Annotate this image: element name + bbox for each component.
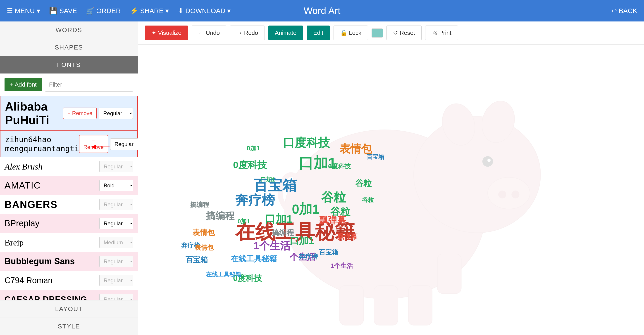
menu-button[interactable]: ☰ MENU ▾ xyxy=(7,7,40,15)
font-style-amatic[interactable]: Bold Regular xyxy=(99,180,133,191)
word-item: 口加1 xyxy=(290,234,314,247)
font-style-zihun[interactable]: Regular xyxy=(110,138,138,150)
font-style-breip[interactable]: Medium xyxy=(99,237,133,248)
annotation-arrow-left xyxy=(92,142,110,151)
tab-style[interactable]: STYLE xyxy=(0,318,138,335)
word-item: 1个生活 xyxy=(330,262,353,270)
word-item: 奔疗榜 xyxy=(299,253,318,261)
font-style-bangers[interactable]: Regular xyxy=(99,199,133,210)
font-item-alexbrush[interactable]: Alex Brush Regular xyxy=(0,157,138,176)
word-item: 0度科技 xyxy=(233,159,267,171)
tab-layout[interactable]: LAYOUT xyxy=(0,300,138,318)
font-style-caesar[interactable]: Regular xyxy=(99,294,133,300)
word-item: 0加1 xyxy=(292,201,320,218)
print-button[interactable]: 🖨 Print xyxy=(425,25,458,40)
font-item-bubblegum[interactable]: Bubblegum Sans Regular xyxy=(0,252,138,271)
redo-button[interactable]: → Redo xyxy=(230,25,264,40)
font-style-bpreplay[interactable]: Regular Bold xyxy=(99,218,133,229)
font-item-amatic[interactable]: AMATIC Bold Regular xyxy=(0,176,138,195)
font-name-breip: Breip xyxy=(4,238,99,248)
word-item: 在线工具秘籍 xyxy=(206,271,241,279)
back-button[interactable]: ↩ BACK xyxy=(611,7,637,15)
font-name-caesar: CAESAR DRESSING xyxy=(4,295,99,301)
word-item: 搞编程 xyxy=(190,201,209,209)
top-navigation: ☰ MENU ▾ 💾 SAVE 🛒 ORDER ⚡ SHARE ▾ ⬇ DOWN… xyxy=(0,0,644,21)
add-font-button[interactable]: + Add font xyxy=(4,78,42,91)
color-swatch[interactable] xyxy=(372,28,383,37)
canvas-area: 在线工具秘籍百宝箱奔疗榜谷粒0加1口加1表情包口度科技1个生活0度科技搞编程飘弹… xyxy=(138,44,644,335)
fonts-section: + Add font 点击选择字体文件，上传字体 Alibaba PuHuiTi… xyxy=(0,74,138,300)
font-name-alibaba: Alibaba PuHuiTi xyxy=(5,100,63,127)
font-item-caesar[interactable]: CAESAR DRESSING Regular xyxy=(0,290,138,300)
remove-alibaba-button[interactable]: − Remove xyxy=(63,108,96,119)
order-button[interactable]: 🛒 ORDER xyxy=(86,7,121,15)
font-style-bubblegum[interactable]: Regular xyxy=(99,256,133,267)
right-panel: ✦ Visualize ← Undo → Redo Animate Edit 🔒… xyxy=(138,21,644,335)
share-button[interactable]: ⚡ SHARE ▾ xyxy=(130,7,169,15)
word-item: 搞编程 xyxy=(206,210,234,222)
font-name-amatic: AMATIC xyxy=(4,180,99,191)
word-item: 0度科技 xyxy=(328,162,351,171)
font-name-bpreplay: BPreplay xyxy=(4,219,99,228)
word-item: 口加1 xyxy=(260,176,275,184)
font-name-alexbrush: Alex Brush xyxy=(4,162,99,172)
word-item: 在线工具秘籍 xyxy=(231,254,277,264)
font-style-alexbrush[interactable]: Regular xyxy=(99,161,133,172)
word-item: 飘弹幕 xyxy=(337,232,358,241)
reset-button[interactable]: ↺ Reset xyxy=(386,25,422,40)
font-style-alibaba[interactable]: Regular xyxy=(99,108,133,119)
font-style-c794[interactable]: Regular xyxy=(99,275,133,286)
animate-button[interactable]: Animate xyxy=(268,25,303,40)
bottom-tabs: LAYOUT STYLE xyxy=(0,300,138,335)
word-item: 口加1 xyxy=(265,212,292,226)
word-item: 表情包 xyxy=(194,244,214,252)
font-name-bangers: BANGERS xyxy=(4,199,99,210)
word-item: 百宝箱 xyxy=(366,153,384,161)
download-button[interactable]: ⬇ DOWNLOAD ▾ xyxy=(178,7,230,15)
word-item: 谷粒 xyxy=(321,189,346,206)
word-item: 奔疗榜 xyxy=(235,191,275,209)
font-item-alibaba[interactable]: Alibaba PuHuiTi − Remove Regular xyxy=(0,96,138,131)
word-item: 谷粒 xyxy=(362,196,374,204)
word-item: 谷粒 xyxy=(355,178,372,189)
tab-words[interactable]: WORDS xyxy=(0,21,138,39)
tab-shapes[interactable]: SHAPES xyxy=(0,39,138,56)
font-item-zihun[interactable]: zihun64hao-mengquruantangti − Remove Reg… xyxy=(0,131,138,157)
word-item: 口度科技 xyxy=(283,135,330,151)
fonts-list: Alibaba PuHuiTi − Remove Regular zihun64… xyxy=(0,96,138,300)
font-name-bubblegum: Bubblegum Sans xyxy=(4,257,99,266)
left-tabs: WORDS SHAPES FONTS xyxy=(0,21,138,74)
font-item-breip[interactable]: Breip Medium xyxy=(0,233,138,252)
word-item: 表情包 xyxy=(192,228,215,238)
svg-marker-3 xyxy=(92,145,96,149)
word-item: 百宝箱 xyxy=(319,248,338,257)
filter-input[interactable] xyxy=(45,78,133,91)
word-item: 0加1 xyxy=(238,217,250,225)
font-item-c794[interactable]: C794 Roman Regular xyxy=(0,271,138,290)
edit-button[interactable]: Edit xyxy=(306,25,330,40)
undo-button[interactable]: ← Undo xyxy=(192,25,226,40)
left-panel: WORDS SHAPES FONTS + Add font 点击选择字体文件，上… xyxy=(0,21,138,335)
font-item-bpreplay[interactable]: BPreplay Regular Bold xyxy=(0,214,138,233)
word-item: 0加1 xyxy=(247,144,260,153)
save-button[interactable]: 💾 SAVE xyxy=(49,7,77,15)
font-name-c794: C794 Roman xyxy=(4,276,99,285)
nav-left-group: ☰ MENU ▾ 💾 SAVE 🛒 ORDER ⚡ SHARE ▾ ⬇ DOWN… xyxy=(7,7,230,15)
word-item: 百宝箱 xyxy=(186,255,208,265)
fonts-toolbar: + Add font xyxy=(0,74,138,96)
word-item: 谷粒 xyxy=(330,205,350,218)
word-cloud: 在线工具秘籍百宝箱奔疗榜谷粒0加1口加1表情包口度科技1个生活0度科技搞编程飘弹… xyxy=(149,56,633,324)
visualize-button[interactable]: ✦ Visualize xyxy=(145,25,188,40)
tab-fonts[interactable]: FONTS xyxy=(0,56,138,74)
right-toolbar: ✦ Visualize ← Undo → Redo Animate Edit 🔒… xyxy=(138,21,644,44)
page-title: Word Art xyxy=(304,5,340,16)
word-item: 1个生活 xyxy=(254,239,290,253)
main-layout: WORDS SHAPES FONTS + Add font 点击选择字体文件，上… xyxy=(0,21,644,335)
font-item-bangers[interactable]: BANGERS Regular xyxy=(0,195,138,214)
font-name-zihun: zihun64hao-mengquruantangti xyxy=(5,135,79,153)
lock-button[interactable]: 🔒 Lock xyxy=(334,25,368,40)
